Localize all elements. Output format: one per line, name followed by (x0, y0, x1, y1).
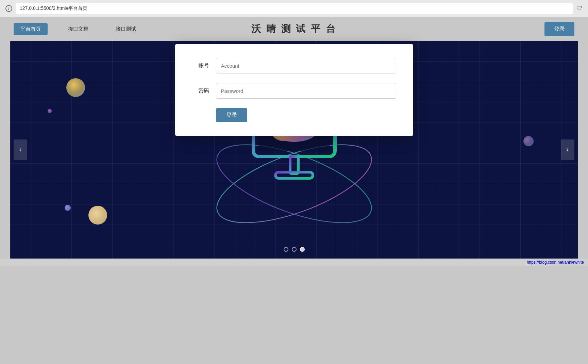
modal-login-button[interactable]: 登录 (216, 108, 247, 122)
account-row: 账号 (192, 58, 396, 73)
carousel-prev-button[interactable]: ‹ (14, 139, 27, 160)
status-link[interactable]: https://blog.csdn.net/anniewhite (527, 260, 584, 265)
orb-4 (88, 206, 107, 225)
nav-item-docs[interactable]: 接口文档 (61, 23, 95, 35)
orb-mini-left (48, 109, 52, 113)
url-text: 127.0.0.1:5500/2.html#平台首页 (20, 5, 87, 12)
password-label: 密码 (192, 87, 209, 95)
nav-item-test[interactable]: 接口测试 (109, 23, 143, 35)
info-icon: i (5, 5, 12, 12)
modal-actions: 登录 (192, 108, 396, 122)
account-input[interactable] (216, 58, 396, 73)
carousel-dot-2[interactable] (292, 247, 297, 252)
orb-5 (523, 136, 534, 146)
orb-3 (65, 205, 71, 211)
carousel-next-button[interactable]: › (561, 139, 574, 160)
shield-icon: 🛡 (576, 5, 583, 12)
navbar: 平台首页 接口文档 接口测试 沃 晴 测 试 平 台 登录 (0, 17, 588, 41)
url-bar[interactable]: 127.0.0.1:5500/2.html#平台首页 (16, 3, 573, 14)
orb-1 (66, 78, 85, 97)
carousel-dots (284, 247, 305, 252)
navbar-login-button[interactable]: 登录 (544, 22, 574, 36)
login-modal: 账号 密码 登录 (175, 44, 413, 136)
password-row: 密码 (192, 83, 396, 99)
carousel-dot-1[interactable] (284, 247, 288, 252)
account-label: 账号 (192, 62, 209, 69)
browser-chrome: i 127.0.0.1:5500/2.html#平台首页 🛡 (0, 0, 588, 17)
password-input[interactable] (216, 83, 396, 99)
svg-rect-9 (275, 172, 313, 178)
site-title: 沃 晴 测 试 平 台 (251, 22, 337, 35)
status-bar: https://blog.csdn.net/anniewhite (0, 259, 588, 266)
carousel-dot-3[interactable] (300, 247, 305, 252)
nav-item-home[interactable]: 平台首页 (14, 23, 48, 35)
